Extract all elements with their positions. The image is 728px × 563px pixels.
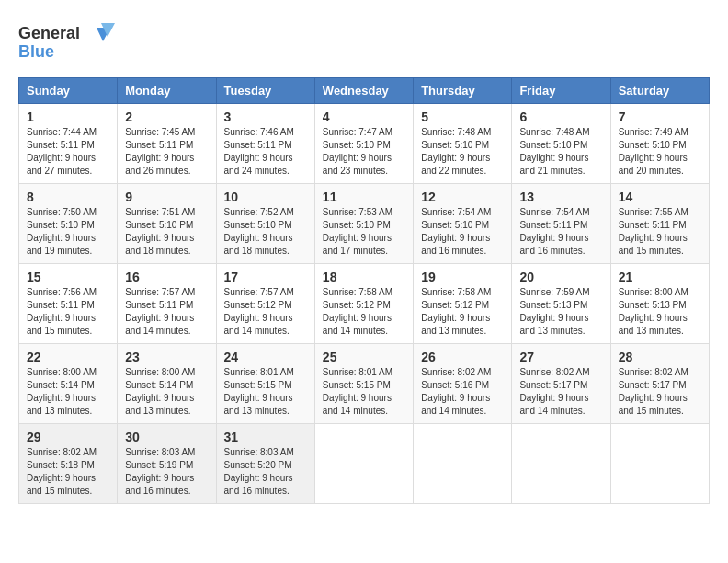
- day-number: 27: [519, 350, 602, 364]
- day-number: 2: [125, 109, 208, 124]
- day-info: Sunrise: 8:02 AM Sunset: 5:18 PM Dayligh…: [27, 447, 97, 496]
- day-info: Sunrise: 8:03 AM Sunset: 5:20 PM Dayligh…: [224, 447, 294, 496]
- calendar-day-cell: 9 Sunrise: 7:51 AM Sunset: 5:10 PM Dayli…: [118, 184, 216, 264]
- day-info: Sunrise: 7:48 AM Sunset: 5:10 PM Dayligh…: [519, 127, 589, 176]
- calendar-day-cell: [414, 424, 512, 504]
- calendar-day-cell: 19 Sunrise: 7:58 AM Sunset: 5:12 PM Dayl…: [414, 264, 512, 344]
- svg-text:Blue: Blue: [18, 42, 54, 61]
- calendar-day-cell: 22 Sunrise: 8:00 AM Sunset: 5:14 PM Dayl…: [19, 344, 118, 424]
- calendar-day-cell: 4 Sunrise: 7:47 AM Sunset: 5:10 PM Dayli…: [314, 104, 413, 184]
- day-number: 30: [125, 430, 208, 444]
- day-number: 6: [519, 109, 602, 124]
- calendar-day-cell: 23 Sunrise: 8:00 AM Sunset: 5:14 PM Dayl…: [118, 344, 216, 424]
- calendar-day-cell: 1 Sunrise: 7:44 AM Sunset: 5:11 PM Dayli…: [19, 104, 118, 184]
- header: General Blue: [18, 18, 710, 68]
- day-number: 20: [519, 270, 602, 284]
- weekday-header: Saturday: [610, 78, 709, 104]
- day-number: 29: [27, 430, 109, 444]
- day-info: Sunrise: 7:54 AM Sunset: 5:10 PM Dayligh…: [421, 207, 491, 256]
- calendar-day-cell: 11 Sunrise: 7:53 AM Sunset: 5:10 PM Dayl…: [314, 184, 413, 264]
- day-number: 5: [421, 109, 504, 124]
- day-number: 11: [323, 190, 405, 204]
- day-info: Sunrise: 7:49 AM Sunset: 5:10 PM Dayligh…: [619, 127, 688, 176]
- day-info: Sunrise: 8:02 AM Sunset: 5:17 PM Dayligh…: [519, 367, 589, 416]
- day-info: Sunrise: 7:51 AM Sunset: 5:10 PM Dayligh…: [125, 207, 195, 256]
- day-info: Sunrise: 7:53 AM Sunset: 5:10 PM Dayligh…: [323, 207, 392, 256]
- calendar-day-cell: [610, 424, 709, 504]
- weekday-header: Friday: [512, 78, 610, 104]
- day-info: Sunrise: 8:00 AM Sunset: 5:14 PM Dayligh…: [27, 367, 97, 416]
- calendar-day-cell: 26 Sunrise: 8:02 AM Sunset: 5:16 PM Dayl…: [414, 344, 512, 424]
- calendar-day-cell: 31 Sunrise: 8:03 AM Sunset: 5:20 PM Dayl…: [216, 424, 314, 504]
- day-info: Sunrise: 8:02 AM Sunset: 5:16 PM Dayligh…: [421, 367, 491, 416]
- calendar-day-cell: 20 Sunrise: 7:59 AM Sunset: 5:13 PM Dayl…: [512, 264, 610, 344]
- calendar-day-cell: 10 Sunrise: 7:52 AM Sunset: 5:10 PM Dayl…: [216, 184, 314, 264]
- day-number: 18: [323, 270, 405, 284]
- calendar-week-row: 29 Sunrise: 8:02 AM Sunset: 5:18 PM Dayl…: [19, 424, 710, 504]
- calendar-day-cell: 13 Sunrise: 7:54 AM Sunset: 5:11 PM Dayl…: [512, 184, 610, 264]
- day-number: 8: [27, 190, 109, 204]
- calendar-day-cell: [512, 424, 610, 504]
- day-number: 17: [224, 270, 307, 284]
- calendar-day-cell: 28 Sunrise: 8:02 AM Sunset: 5:17 PM Dayl…: [610, 344, 709, 424]
- day-info: Sunrise: 8:03 AM Sunset: 5:19 PM Dayligh…: [125, 447, 195, 496]
- day-info: Sunrise: 7:57 AM Sunset: 5:11 PM Dayligh…: [125, 287, 195, 336]
- day-number: 7: [619, 109, 701, 124]
- day-number: 26: [421, 350, 504, 364]
- weekday-header: Sunday: [19, 78, 118, 104]
- day-info: Sunrise: 8:02 AM Sunset: 5:17 PM Dayligh…: [619, 367, 688, 416]
- weekday-header: Monday: [118, 78, 216, 104]
- day-number: 16: [125, 270, 208, 284]
- calendar-day-cell: 5 Sunrise: 7:48 AM Sunset: 5:10 PM Dayli…: [414, 104, 512, 184]
- calendar-day-cell: 16 Sunrise: 7:57 AM Sunset: 5:11 PM Dayl…: [118, 264, 216, 344]
- calendar-day-cell: 2 Sunrise: 7:45 AM Sunset: 5:11 PM Dayli…: [118, 104, 216, 184]
- calendar-table: SundayMondayTuesdayWednesdayThursdayFrid…: [18, 77, 710, 504]
- day-info: Sunrise: 7:44 AM Sunset: 5:11 PM Dayligh…: [27, 127, 97, 176]
- day-info: Sunrise: 7:46 AM Sunset: 5:11 PM Dayligh…: [224, 127, 294, 176]
- day-number: 24: [224, 350, 307, 364]
- calendar-day-cell: 6 Sunrise: 7:48 AM Sunset: 5:10 PM Dayli…: [512, 104, 610, 184]
- calendar-day-cell: 29 Sunrise: 8:02 AM Sunset: 5:18 PM Dayl…: [19, 424, 118, 504]
- day-number: 1: [27, 109, 109, 124]
- day-info: Sunrise: 7:47 AM Sunset: 5:10 PM Dayligh…: [323, 127, 392, 176]
- calendar-week-row: 8 Sunrise: 7:50 AM Sunset: 5:10 PM Dayli…: [19, 184, 710, 264]
- calendar-day-cell: 17 Sunrise: 7:57 AM Sunset: 5:12 PM Dayl…: [216, 264, 314, 344]
- day-number: 12: [421, 190, 504, 204]
- day-number: 14: [619, 190, 701, 204]
- weekday-header: Wednesday: [314, 78, 413, 104]
- day-info: Sunrise: 7:58 AM Sunset: 5:12 PM Dayligh…: [323, 287, 392, 336]
- calendar-week-row: 1 Sunrise: 7:44 AM Sunset: 5:11 PM Dayli…: [19, 104, 710, 184]
- day-number: 31: [224, 430, 307, 444]
- day-info: Sunrise: 7:56 AM Sunset: 5:11 PM Dayligh…: [27, 287, 97, 336]
- calendar-day-cell: 15 Sunrise: 7:56 AM Sunset: 5:11 PM Dayl…: [19, 264, 118, 344]
- calendar-day-cell: 18 Sunrise: 7:58 AM Sunset: 5:12 PM Dayl…: [314, 264, 413, 344]
- day-info: Sunrise: 7:59 AM Sunset: 5:13 PM Dayligh…: [519, 287, 589, 336]
- weekday-header-row: SundayMondayTuesdayWednesdayThursdayFrid…: [19, 78, 710, 104]
- calendar-day-cell: 21 Sunrise: 8:00 AM Sunset: 5:13 PM Dayl…: [610, 264, 709, 344]
- day-info: Sunrise: 7:52 AM Sunset: 5:10 PM Dayligh…: [224, 207, 294, 256]
- day-number: 15: [27, 270, 109, 284]
- calendar-day-cell: 12 Sunrise: 7:54 AM Sunset: 5:10 PM Dayl…: [414, 184, 512, 264]
- weekday-header: Tuesday: [216, 78, 314, 104]
- day-info: Sunrise: 8:00 AM Sunset: 5:13 PM Dayligh…: [619, 287, 688, 336]
- day-number: 25: [323, 350, 405, 364]
- calendar-day-cell: 30 Sunrise: 8:03 AM Sunset: 5:19 PM Dayl…: [118, 424, 216, 504]
- calendar-day-cell: 14 Sunrise: 7:55 AM Sunset: 5:11 PM Dayl…: [610, 184, 709, 264]
- day-info: Sunrise: 7:50 AM Sunset: 5:10 PM Dayligh…: [27, 207, 97, 256]
- day-info: Sunrise: 8:01 AM Sunset: 5:15 PM Dayligh…: [224, 367, 294, 416]
- day-number: 28: [619, 350, 701, 364]
- day-number: 23: [125, 350, 208, 364]
- calendar-day-cell: [314, 424, 413, 504]
- day-info: Sunrise: 8:01 AM Sunset: 5:15 PM Dayligh…: [323, 367, 392, 416]
- day-info: Sunrise: 8:00 AM Sunset: 5:14 PM Dayligh…: [125, 367, 195, 416]
- calendar-week-row: 22 Sunrise: 8:00 AM Sunset: 5:14 PM Dayl…: [19, 344, 710, 424]
- day-number: 9: [125, 190, 208, 204]
- day-info: Sunrise: 7:55 AM Sunset: 5:11 PM Dayligh…: [619, 207, 688, 256]
- day-number: 4: [323, 109, 405, 124]
- day-info: Sunrise: 7:54 AM Sunset: 5:11 PM Dayligh…: [519, 207, 589, 256]
- calendar-day-cell: 8 Sunrise: 7:50 AM Sunset: 5:10 PM Dayli…: [19, 184, 118, 264]
- calendar-day-cell: 7 Sunrise: 7:49 AM Sunset: 5:10 PM Dayli…: [610, 104, 709, 184]
- calendar-week-row: 15 Sunrise: 7:56 AM Sunset: 5:11 PM Dayl…: [19, 264, 710, 344]
- calendar-day-cell: 3 Sunrise: 7:46 AM Sunset: 5:11 PM Dayli…: [216, 104, 314, 184]
- day-number: 22: [27, 350, 109, 364]
